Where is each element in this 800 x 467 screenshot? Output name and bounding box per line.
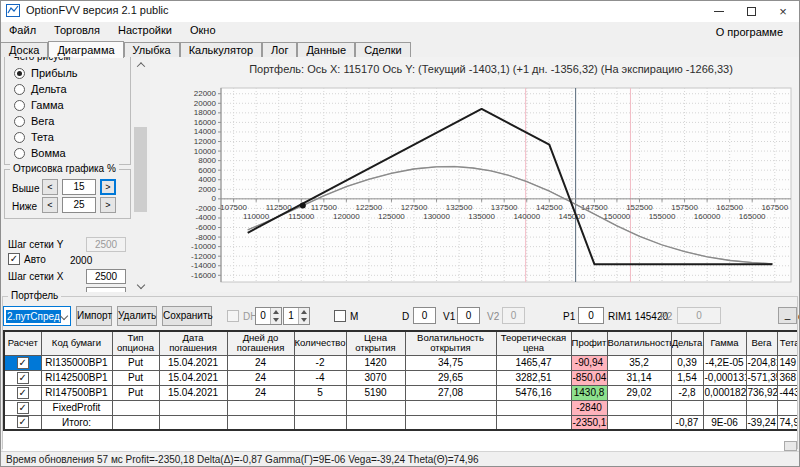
table-row[interactable]: ✓FixedProfit-2840 (4, 400, 797, 415)
above-decrement-button[interactable]: < (42, 179, 58, 195)
table-cell[interactable]: -2 (294, 355, 346, 370)
table-cell[interactable]: 368 (777, 370, 797, 385)
profit-cell[interactable]: -2840 (571, 400, 607, 415)
table-cell[interactable]: -4,2E-05 (703, 355, 746, 370)
table-cell[interactable]: -443 (777, 385, 797, 400)
table-cell[interactable]: 1465,47 (496, 355, 571, 370)
table-cell[interactable] (159, 400, 227, 415)
table-cell[interactable] (227, 415, 294, 430)
column-header[interactable]: Волатильность открытия (405, 331, 496, 355)
table-cell[interactable]: -204,81 (746, 355, 777, 370)
profit-cell[interactable]: -90,94 (571, 355, 607, 370)
table-cell[interactable] (112, 415, 159, 430)
table-cell[interactable]: 15.04.2021 (159, 355, 227, 370)
column-header[interactable]: Дней до погашения (227, 331, 294, 355)
menu-item[interactable]: Торговля (45, 22, 109, 40)
minimize-button[interactable] (702, 0, 736, 22)
table-cell[interactable] (294, 415, 346, 430)
table-cell[interactable] (607, 400, 671, 415)
maximize-button[interactable] (734, 0, 768, 22)
table-cell[interactable]: 9E-06 (703, 415, 746, 430)
row-checkbox[interactable]: ✓ (17, 372, 29, 384)
dh-spinner-1[interactable]: 0 (255, 307, 282, 325)
collapse-button[interactable]: _ (778, 307, 797, 324)
table-cell[interactable] (405, 415, 496, 430)
below-value-input[interactable]: 25 (62, 197, 96, 213)
above-value-input[interactable]: 15 (62, 179, 96, 195)
table-cell[interactable]: -39,24 (746, 415, 777, 430)
scroll-up-button[interactable] (133, 57, 148, 72)
table-cell[interactable]: -2,8 (671, 385, 703, 400)
chart-plot[interactable]: 1075001125001175001225001275001325001375… (185, 82, 797, 288)
table-cell[interactable]: 1,54 (671, 370, 703, 385)
dh-spinner-2[interactable]: 1 (283, 307, 310, 325)
table-row[interactable]: ✓Итого:-2350,18-0,879E-06-39,2474,9 (4, 415, 797, 430)
table-cell[interactable]: 27,08 (405, 385, 496, 400)
table-cell[interactable] (159, 415, 227, 430)
column-header[interactable]: Количество (294, 331, 346, 355)
column-header[interactable]: Тета (777, 331, 797, 355)
import-button[interactable]: Импорт (76, 306, 112, 326)
table-cell[interactable] (294, 400, 346, 415)
table-cell[interactable]: 24 (227, 385, 294, 400)
table-cell[interactable]: RI142500BP1 (41, 370, 112, 385)
table-cell[interactable] (703, 400, 746, 415)
radio-option[interactable]: Дельта (14, 81, 67, 97)
d-input[interactable]: 0 (413, 307, 436, 324)
delete-button[interactable]: Удалить (117, 306, 157, 326)
table-cell[interactable]: 1420 (346, 355, 405, 370)
table-cell[interactable]: 74,9 (777, 415, 797, 430)
m-checkbox[interactable] (334, 310, 346, 322)
row-checkbox[interactable]: ✓ (17, 416, 29, 428)
table-cell[interactable]: 0,39 (671, 355, 703, 370)
menu-item[interactable]: Файл (0, 22, 45, 40)
v1-input[interactable]: 0 (457, 307, 480, 324)
table-cell[interactable]: 5 (294, 385, 346, 400)
table-row[interactable]: ✓RI142500BP1Put15.04.202124-4307029,6532… (4, 370, 797, 385)
table-cell[interactable] (746, 400, 777, 415)
row-checkbox[interactable]: ✓ (17, 402, 29, 414)
below-increment-button[interactable]: > (100, 197, 116, 213)
save-button[interactable]: Сохранить (162, 306, 212, 326)
above-increment-button[interactable]: > (100, 179, 116, 195)
table-cell[interactable]: 15.04.2021 (159, 385, 227, 400)
row-select-cell[interactable]: ✓ (4, 415, 41, 430)
scrollbar-thumb[interactable] (134, 127, 147, 212)
table-cell[interactable]: 31,14 (607, 370, 671, 385)
table-cell[interactable]: FixedProfit (41, 400, 112, 415)
table-row[interactable]: ✓RI147500BP1Put15.04.2021245519027,08547… (4, 385, 797, 400)
spinner-arrows[interactable] (298, 308, 309, 324)
table-cell[interactable] (496, 415, 571, 430)
column-header[interactable]: Волатильность (607, 331, 671, 355)
row-select-cell[interactable]: ✓ (4, 385, 41, 400)
grid-step-x-input[interactable]: 2500 (86, 269, 126, 284)
table-cell[interactable]: 29,02 (607, 385, 671, 400)
portfolio-combobox[interactable]: 2.путСпред (3, 306, 71, 326)
table-cell[interactable]: -4 (294, 370, 346, 385)
column-header[interactable]: Цена открытия (346, 331, 405, 355)
table-cell[interactable]: -0,000131 (703, 370, 746, 385)
scroll-down-button[interactable] (133, 277, 148, 292)
table-cell[interactable]: Put (112, 355, 159, 370)
tab[interactable]: Диаграмма (48, 41, 123, 58)
table-cell[interactable]: 5476,16 (496, 385, 571, 400)
table-cell[interactable] (671, 400, 703, 415)
profit-cell[interactable]: -2350,18 (571, 415, 607, 430)
radio-option[interactable]: Прибыль (14, 65, 78, 81)
profit-cell[interactable]: 1430,8 (571, 385, 607, 400)
table-cell[interactable]: -0,87 (671, 415, 703, 430)
menu-item[interactable]: Окно (181, 22, 225, 40)
table-cell[interactable]: 34,75 (405, 355, 496, 370)
tab[interactable]: Доска (0, 42, 48, 57)
table-cell[interactable]: 24 (227, 370, 294, 385)
spinner-arrows[interactable] (270, 308, 281, 324)
menu-item[interactable]: Настройки (109, 22, 181, 40)
table-cell[interactable] (227, 400, 294, 415)
table-cell[interactable]: RI147500BP1 (41, 385, 112, 400)
column-header[interactable]: Код бумаги (41, 331, 112, 355)
table-cell[interactable] (112, 400, 159, 415)
p1-input[interactable]: 0 (578, 307, 604, 324)
profit-cell[interactable]: -850,04 (571, 370, 607, 385)
table-cell[interactable] (346, 400, 405, 415)
radio-option[interactable]: Вега (14, 113, 54, 129)
